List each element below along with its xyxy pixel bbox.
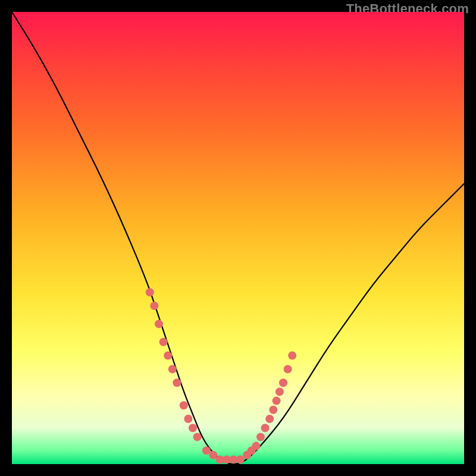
data-point [189,424,197,432]
data-point [236,455,245,464]
data-point [159,338,168,346]
data-point [193,433,202,441]
bottleneck-curve [12,12,464,464]
data-point [146,288,154,296]
data-point [269,406,277,414]
data-point [284,365,292,373]
data-point [150,302,158,310]
chart-svg [12,12,464,464]
data-point [252,442,260,450]
data-point [184,415,192,423]
data-point [202,446,211,455]
marker-group [146,288,296,464]
data-point [256,433,265,441]
data-point [155,320,163,328]
data-point [173,378,181,387]
chart-frame: TheBottleneck.com [0,0,476,476]
data-point [279,378,287,387]
data-point [209,451,217,459]
data-point [168,365,177,373]
data-point [275,387,284,396]
plot-area [12,12,464,464]
data-point [261,424,270,432]
data-point [164,352,172,360]
data-point [288,352,296,360]
data-point [265,415,274,423]
data-point [273,397,281,405]
data-point [180,401,188,409]
